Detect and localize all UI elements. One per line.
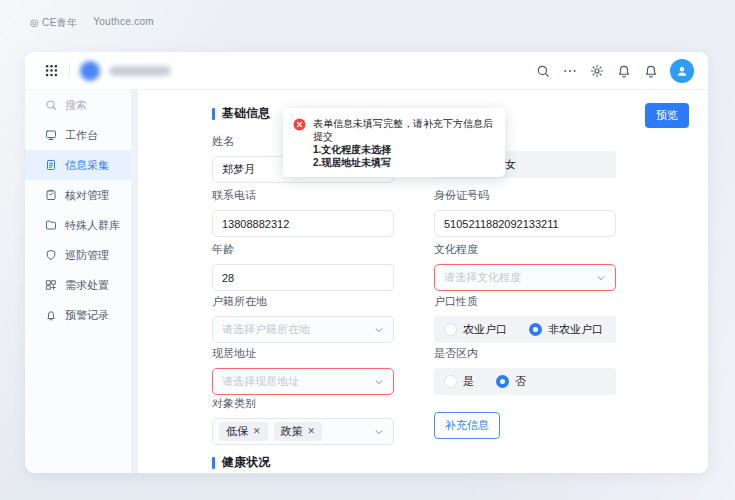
sidebar-item-label: 工作台	[65, 128, 98, 143]
settings-gear-icon[interactable]	[589, 63, 604, 78]
sidebar-item-label: 核对管理	[65, 188, 109, 203]
education-field: 文化程度 请选择文化程度	[434, 242, 616, 291]
household-location-label: 户籍所在地	[212, 294, 394, 309]
radio-icon	[444, 375, 457, 388]
preview-button[interactable]: 预览	[645, 103, 689, 128]
chevron-down-icon	[374, 377, 384, 387]
tag-remove-icon[interactable]: ✕	[253, 427, 261, 436]
chevron-down-icon	[374, 325, 384, 335]
sidebar-search-label: 搜索	[65, 98, 87, 113]
id-number-input[interactable]: 5105211882092133211	[434, 210, 616, 237]
app-window: 搜索 工作台 信息采集 核对管理 特殊人群库 巡防管理	[25, 52, 708, 473]
sidebar-item-patrol-management[interactable]: 巡防管理	[25, 240, 131, 270]
notification-bell-icon[interactable]	[643, 63, 658, 78]
section-health-status: 健康状况	[212, 454, 270, 471]
more-icon[interactable]	[562, 63, 577, 78]
watermark-brand: ◎ CE青年	[30, 16, 77, 30]
watermark-site: Youthce.com	[93, 16, 154, 30]
education-select[interactable]: 请选择文化程度	[434, 264, 616, 291]
search-icon	[45, 99, 58, 112]
id-number-field: 身份证号码 5105211882092133211	[434, 188, 616, 237]
phone-field: 联系电话 13808882312	[212, 188, 394, 237]
error-icon	[293, 118, 306, 169]
section-accent-bar	[212, 457, 215, 469]
in-district-radio-group: 是 否	[434, 368, 616, 395]
topbar-divider	[69, 63, 70, 78]
education-label: 文化程度	[434, 242, 616, 257]
sidebar-item-label: 信息采集	[65, 158, 109, 173]
current-address-field: 现居地址 请选择现居地址	[212, 346, 394, 395]
watermark: ◎ CE青年 Youthce.com	[30, 16, 154, 30]
tag-zhengce: 政策 ✕	[274, 422, 323, 441]
tag-dibao: 低保 ✕	[219, 422, 268, 441]
grid-plus-icon	[45, 279, 58, 292]
in-district-label: 是否区内	[434, 346, 616, 361]
age-field: 年龄 28	[212, 242, 394, 291]
monitor-icon	[45, 129, 58, 142]
sidebar-item-label: 需求处置	[65, 278, 109, 293]
sidebar-item-info-collection[interactable]: 信息采集	[25, 150, 131, 180]
sidebar-item-workbench[interactable]: 工作台	[25, 120, 131, 150]
household-type-label: 户口性质	[434, 294, 616, 309]
alert-item-1: 1.文化程度未选择	[313, 143, 495, 156]
household-location-select[interactable]: 请选择户籍所在地	[212, 316, 394, 343]
radio-icon	[444, 323, 457, 336]
phone-input[interactable]: 13808882312	[212, 210, 394, 237]
household-location-field: 户籍所在地 请选择户籍所在地	[212, 294, 394, 343]
tag-remove-icon[interactable]: ✕	[308, 427, 316, 436]
supplement-info-button[interactable]: 补充信息	[434, 412, 500, 439]
bell-icon[interactable]	[616, 63, 631, 78]
alert-message: 表单信息未填写完整，请补充下方信息后提交	[313, 117, 495, 143]
alert-item-2: 2.现居地址未填写	[313, 156, 495, 169]
section-basic-info: 基础信息	[212, 105, 270, 122]
chevron-down-icon	[596, 273, 606, 283]
radio-yes[interactable]: 是	[444, 374, 474, 389]
form-alert-popover: 表单信息未填写完整，请补充下方信息后提交 1.文化程度未选择 2.现居地址未填写	[283, 108, 505, 177]
in-district-field: 是否区内 是 否	[434, 346, 616, 395]
sidebar-item-label: 预警记录	[65, 308, 109, 323]
category-multiselect[interactable]: 低保 ✕ 政策 ✕	[212, 418, 394, 445]
age-label: 年龄	[212, 242, 394, 257]
sidebar-item-label: 特殊人群库	[65, 218, 120, 233]
radio-non-agricultural[interactable]: 非农业户口	[529, 322, 603, 337]
topbar	[25, 52, 708, 90]
sidebar-item-demand-handling[interactable]: 需求处置	[25, 270, 131, 300]
gender-visible-value: 女	[505, 157, 516, 172]
current-address-label: 现居地址	[212, 346, 394, 361]
form-content: 预览 基础信息 女 表单信息未填写完整，请补充下方信息后提交 1.文化程度未选择…	[138, 90, 708, 473]
id-number-label: 身份证号码	[434, 188, 616, 203]
section-accent-bar	[212, 108, 215, 120]
app-logo-title-blurred	[109, 66, 171, 76]
chevron-down-icon	[374, 427, 384, 437]
document-icon	[45, 159, 58, 172]
page: ◎ CE青年 Youthce.com	[0, 0, 735, 500]
clipboard-icon	[45, 189, 58, 202]
household-type-radio-group: 农业户口 非农业户口	[434, 316, 616, 343]
shield-icon	[45, 249, 58, 262]
alarm-icon	[45, 309, 58, 322]
sidebar: 搜索 工作台 信息采集 核对管理 特殊人群库 巡防管理	[25, 90, 131, 473]
age-input[interactable]: 28	[212, 264, 394, 291]
sidebar-item-check-management[interactable]: 核对管理	[25, 180, 131, 210]
sidebar-item-warning-records[interactable]: 预警记录	[25, 300, 131, 330]
app-logo-icon	[80, 61, 100, 81]
folder-icon	[45, 219, 58, 232]
radio-selected-icon	[496, 375, 509, 388]
phone-label: 联系电话	[212, 188, 394, 203]
household-type-field: 户口性质 农业户口 非农业户口	[434, 294, 616, 343]
search-icon[interactable]	[535, 63, 550, 78]
current-address-select[interactable]: 请选择现居地址	[212, 368, 394, 395]
sidebar-item-label: 巡防管理	[65, 248, 109, 263]
radio-no[interactable]: 否	[496, 374, 526, 389]
user-avatar[interactable]	[670, 59, 694, 83]
category-field: 对象类别 低保 ✕ 政策 ✕	[212, 396, 394, 445]
category-label: 对象类别	[212, 396, 394, 411]
sidebar-item-special-groups[interactable]: 特殊人群库	[25, 210, 131, 240]
sidebar-search[interactable]: 搜索	[25, 90, 131, 120]
radio-selected-icon	[529, 323, 542, 336]
apps-grid-icon[interactable]	[44, 63, 59, 78]
radio-agricultural[interactable]: 农业户口	[444, 322, 507, 337]
